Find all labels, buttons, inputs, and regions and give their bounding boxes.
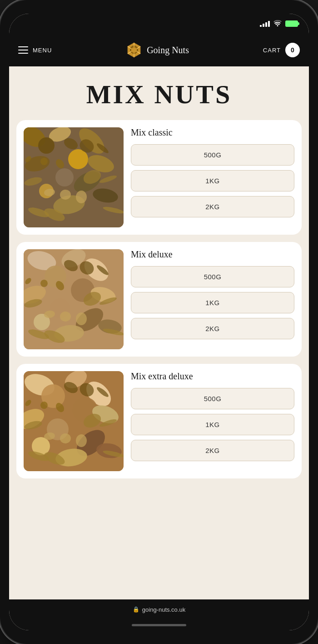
product-card-mix-extra-deluxe: Mix extra deluxe500G1KG2KG — [16, 364, 302, 478]
cart-badge: 0 — [285, 43, 300, 57]
size-button-mix-deluxe-2kg[interactable]: 2KG — [131, 318, 294, 339]
phone-screen: MENU Going Nuts CART 0 — [9, 14, 309, 630]
product-info-mix-deluxe: Mix deluxe500G1KG2KG — [131, 249, 294, 339]
cart-label: CART — [263, 47, 281, 54]
product-name-mix-extra-deluxe: Mix extra deluxe — [131, 371, 294, 382]
product-info-mix-extra-deluxe: Mix extra deluxe500G1KG2KG — [131, 371, 294, 461]
products-list: Mix classic500G1KG2KGMix deluxe500G1KG2K… — [16, 120, 302, 478]
product-image-mix-classic — [24, 127, 124, 227]
product-image-mix-extra-deluxe — [24, 371, 124, 471]
navbar: MENU Going Nuts CART 0 — [9, 34, 309, 66]
product-image-mix-deluxe — [24, 249, 124, 349]
signal-strength — [260, 21, 270, 27]
size-button-mix-deluxe-500g[interactable]: 500G — [131, 266, 294, 287]
signal-bar-1 — [260, 25, 262, 27]
signal-bar-3 — [265, 22, 267, 27]
size-button-mix-deluxe-1kg[interactable]: 1KG — [131, 292, 294, 313]
size-button-mix-classic-2kg[interactable]: 2KG — [131, 196, 294, 217]
size-button-mix-classic-1kg[interactable]: 1KG — [131, 170, 294, 191]
logo[interactable]: Going Nuts — [126, 42, 189, 58]
wifi-icon — [273, 20, 282, 28]
size-button-mix-extra-deluxe-2kg[interactable]: 2KG — [131, 440, 294, 461]
address-bar: 🔒 going-nuts.co.uk — [9, 599, 309, 619]
logo-text: Going Nuts — [147, 45, 189, 55]
lock-icon: 🔒 — [133, 606, 139, 613]
svg-point-17 — [55, 168, 74, 186]
signal-bar-4 — [268, 21, 270, 27]
size-button-mix-classic-500g[interactable]: 500G — [131, 144, 294, 166]
address-text: going-nuts.co.uk — [142, 606, 185, 613]
notch — [132, 14, 186, 27]
hamburger-icon — [18, 46, 28, 54]
product-card-mix-deluxe: Mix deluxe500G1KG2KG — [16, 242, 302, 357]
home-indicator — [9, 619, 309, 630]
phone-frame: MENU Going Nuts CART 0 — [0, 0, 318, 644]
product-name-mix-classic: Mix classic — [131, 127, 294, 138]
svg-point-12 — [38, 137, 55, 154]
signal-bar-2 — [263, 24, 264, 27]
size-button-mix-extra-deluxe-500g[interactable]: 500G — [131, 388, 294, 409]
menu-label: MENU — [33, 47, 52, 54]
size-button-mix-extra-deluxe-1kg[interactable]: 1KG — [131, 414, 294, 435]
home-bar — [132, 624, 186, 626]
logo-icon — [126, 42, 142, 58]
menu-button[interactable]: MENU — [18, 46, 52, 54]
product-card-mix-classic: Mix classic500G1KG2KG — [16, 120, 302, 235]
main-content: MIX NUTS Mix classic500G1KG2KGMix deluxe… — [9, 66, 309, 599]
battery-icon — [285, 20, 298, 27]
product-info-mix-classic: Mix classic500G1KG2KG — [131, 127, 294, 217]
page-title: MIX NUTS — [16, 66, 302, 120]
product-name-mix-deluxe: Mix deluxe — [131, 249, 294, 260]
cart-button[interactable]: CART 0 — [263, 43, 300, 57]
